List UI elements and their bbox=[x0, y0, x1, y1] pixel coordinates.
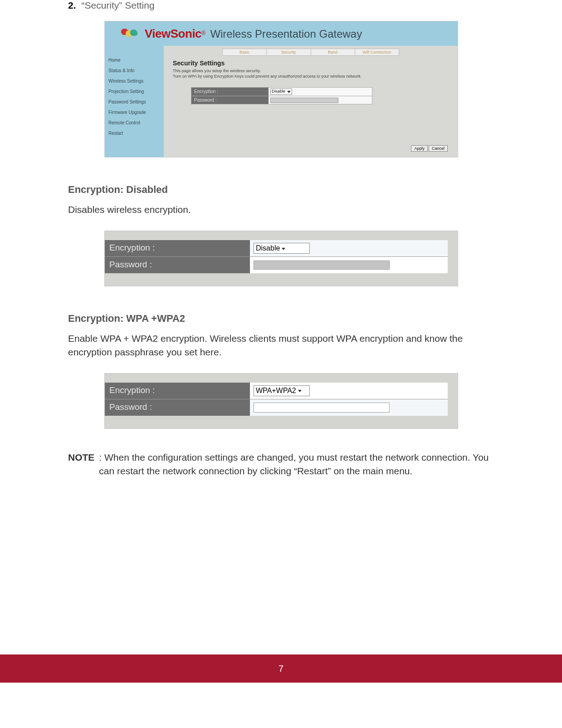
step-title: “Security” Setting bbox=[82, 0, 155, 11]
admin-settings-table: Encryption : Disable Password : bbox=[191, 87, 372, 104]
brand-name: ViewSonic bbox=[145, 27, 201, 40]
sidebar-item-password[interactable]: Password Settings bbox=[108, 99, 161, 104]
password-label: Password : bbox=[105, 399, 250, 416]
admin-main: Basic Security Band Wifi Connection Secu… bbox=[164, 46, 458, 157]
sidebar-item-firmware[interactable]: Firmware Upgrade bbox=[108, 110, 161, 115]
section1-para: Disables wireless encryption. bbox=[68, 203, 503, 216]
section2-heading: Encryption: WPA +WPA2 bbox=[68, 313, 503, 325]
password-input-disabled bbox=[254, 261, 390, 270]
chevron-down-icon bbox=[282, 248, 285, 250]
brand-tagline: Wireless Presentation Gateway bbox=[210, 28, 362, 40]
admin-tabs: Basic Security Band Wifi Connection bbox=[222, 49, 399, 56]
tab-band[interactable]: Band bbox=[311, 49, 355, 55]
sidebar-item-wireless[interactable]: Wireless Settings bbox=[108, 79, 161, 84]
note-label: NOTE bbox=[68, 451, 94, 477]
page-number: 7 bbox=[279, 664, 283, 674]
admin-screenshot: ViewSonic® Wireless Presentation Gateway… bbox=[104, 21, 458, 157]
sidebar-item-remote[interactable]: Remote Control bbox=[108, 120, 161, 125]
tab-basic[interactable]: Basic bbox=[223, 49, 267, 55]
note-text: : When the configuration settings are ch… bbox=[97, 451, 503, 477]
sidebar-item-status[interactable]: Status & Info bbox=[108, 68, 161, 73]
password-input[interactable] bbox=[254, 403, 390, 413]
encryption-select[interactable]: Disable bbox=[270, 89, 292, 95]
admin-desc-line1: This page allows you setup the wireless … bbox=[173, 69, 261, 73]
encryption-value: Disable bbox=[256, 244, 280, 252]
admin-sidebar: Home Status & Info Wireless Settings Pro… bbox=[105, 46, 164, 157]
encryption-select[interactable]: Disable bbox=[254, 243, 310, 254]
encryption-label: Encryption : bbox=[191, 88, 269, 96]
note-block: NOTE : When the configuration settings a… bbox=[68, 451, 503, 477]
wpa-screenshot: Encryption : WPA+WPA2 Password : bbox=[104, 373, 458, 429]
password-label: Password : bbox=[191, 96, 269, 104]
viewsonic-birds-icon bbox=[118, 26, 140, 41]
registered-icon: ® bbox=[201, 30, 205, 36]
section2-para: Enable WPA + WPA2 encryption. Wireless c… bbox=[68, 332, 503, 359]
chevron-down-icon bbox=[298, 390, 302, 392]
cancel-button[interactable]: Cancel bbox=[429, 145, 448, 152]
apply-button[interactable]: Apply bbox=[411, 145, 428, 152]
encryption-value: Disable bbox=[272, 89, 285, 93]
tab-wifi[interactable]: Wifi Connection bbox=[355, 49, 399, 55]
sidebar-item-home[interactable]: Home bbox=[108, 58, 161, 63]
sidebar-item-projection[interactable]: Projection Setting bbox=[108, 89, 161, 94]
admin-desc-line2: Turn on WPA by using Encryption Keys cou… bbox=[173, 74, 362, 79]
section1-heading: Encryption: Disabled bbox=[68, 184, 503, 196]
password-input[interactable] bbox=[270, 98, 338, 103]
encryption-label: Encryption : bbox=[105, 240, 250, 256]
admin-desc: This page allows you setup the wireless … bbox=[173, 69, 449, 79]
sidebar-item-restart[interactable]: Restart bbox=[108, 131, 161, 136]
disabled-screenshot: Encryption : Disable Password : bbox=[104, 231, 458, 286]
chevron-down-icon bbox=[287, 91, 291, 93]
admin-title: Security Settings bbox=[173, 59, 449, 67]
tab-security[interactable]: Security bbox=[267, 49, 311, 55]
admin-header: ViewSonic® Wireless Presentation Gateway bbox=[105, 21, 458, 46]
page-footer: 7 bbox=[0, 654, 562, 683]
encryption-label: Encryption : bbox=[105, 383, 250, 399]
password-label: Password : bbox=[105, 257, 250, 273]
encryption-value: WPA+WPA2 bbox=[256, 387, 296, 394]
step-heading: 2. “Security” Setting bbox=[68, 0, 503, 11]
step-number: 2. bbox=[68, 0, 76, 11]
encryption-select[interactable]: WPA+WPA2 bbox=[254, 385, 310, 396]
